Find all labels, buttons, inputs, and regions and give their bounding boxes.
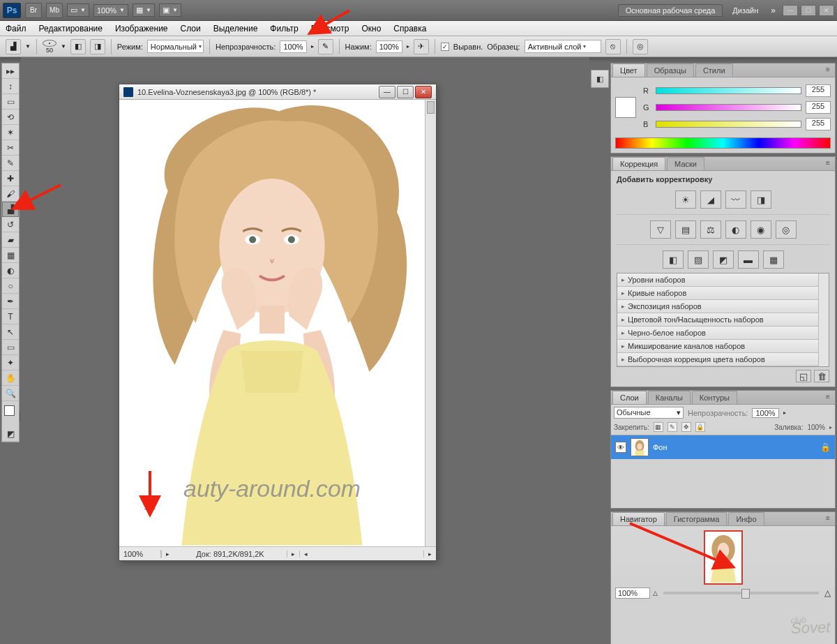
lock-transparent-icon[interactable]: ▦	[654, 422, 663, 432]
ignore-adjust-icon[interactable]: ⦸	[605, 39, 621, 54]
hue-icon[interactable]: ▤	[675, 220, 696, 239]
blur-tool-icon[interactable]: ◐	[2, 263, 19, 278]
workspace-essentials[interactable]: Основная рабочая среда	[618, 4, 723, 17]
lock-position-icon[interactable]: ✥	[681, 422, 691, 432]
b-value[interactable]: 255	[806, 118, 831, 130]
preset-item[interactable]: Микширование каналов наборов	[617, 340, 818, 353]
airbrush-icon[interactable]: ✈	[414, 39, 429, 54]
adjust-panel-menu-icon[interactable]: ≡	[823, 159, 833, 169]
lasso-tool-icon[interactable]: ⟲	[2, 110, 19, 125]
b-slider[interactable]	[656, 121, 801, 128]
doc-minimize-button[interactable]: —	[379, 86, 395, 98]
flow-field[interactable]: 100%	[376, 40, 402, 53]
threshold-icon[interactable]: ◩	[713, 250, 734, 269]
exposure-icon[interactable]: ◨	[751, 190, 771, 209]
brush-preset-tri-icon[interactable]: ▼	[61, 43, 66, 50]
r-value[interactable]: 255	[806, 84, 831, 97]
selectivecolor-icon[interactable]: ▦	[763, 250, 784, 269]
color-swatch[interactable]	[615, 97, 636, 118]
curves-icon[interactable]: 〰	[725, 190, 746, 209]
tool-preset-tri-icon[interactable]: ▼	[25, 43, 31, 50]
zoom-dropdown[interactable]: 100% ▼	[93, 4, 128, 17]
tab-styles[interactable]: Стили	[695, 63, 733, 77]
quickmask-icon[interactable]: ◩	[2, 426, 19, 442]
sample-dropdown[interactable]: Активный слой▾	[525, 40, 601, 53]
preset-scrollbar[interactable]	[818, 274, 829, 366]
menu-edit[interactable]: Редактирование	[39, 24, 103, 33]
invert-icon[interactable]: ◧	[663, 250, 684, 269]
brush-preview-icon[interactable]: •	[43, 40, 56, 47]
doc-hscroll-right-icon[interactable]: ▸	[423, 551, 436, 557]
expand-tools-icon[interactable]: ▸▸	[2, 63, 19, 79]
document-vscroll[interactable]	[425, 100, 436, 546]
opacity-field[interactable]: 100%	[280, 40, 306, 53]
crop-tool-icon[interactable]: ✂	[2, 140, 19, 156]
app-maximize-icon[interactable]: ☐	[801, 5, 816, 16]
posterize-icon[interactable]: ▨	[688, 250, 709, 269]
zoom-tool-icon[interactable]: 🔍	[2, 386, 19, 401]
adjust-clip-icon[interactable]: ◱	[796, 370, 811, 382]
levels-icon[interactable]: ◢	[700, 190, 721, 209]
doc-status-tri-icon[interactable]: ▸	[161, 551, 174, 557]
healing-tool-icon[interactable]: ✚	[2, 171, 19, 186]
menu-filter[interactable]: Фильтр	[270, 24, 298, 33]
doc-hscroll-left-icon[interactable]: ◂	[299, 551, 312, 557]
nav-zoomout-icon[interactable]: △	[653, 590, 658, 597]
menu-image[interactable]: Изображение	[115, 24, 168, 33]
document-canvas[interactable]: auty-around.com	[119, 100, 425, 546]
flow-tri-icon[interactable]: ▸	[407, 43, 409, 50]
bw-icon[interactable]: ◐	[725, 220, 746, 239]
tab-paths[interactable]: Контуры	[692, 391, 737, 404]
collapsed-panel-icon[interactable]: ◧	[591, 70, 609, 88]
nav-panel-menu-icon[interactable]: ≡	[823, 514, 833, 524]
clone-source-icon[interactable]: ◨	[90, 39, 105, 54]
tablet-opacity-icon[interactable]: ✎	[318, 39, 333, 54]
screen-mode-dropdown[interactable]: ▭ ▼	[67, 3, 89, 17]
move-tool-icon[interactable]: ↕	[2, 79, 19, 94]
doc-maximize-button[interactable]: ☐	[397, 86, 414, 98]
menu-file[interactable]: Файл	[6, 24, 27, 33]
color-panel-menu-icon[interactable]: ≡	[823, 66, 833, 75]
g-value[interactable]: 255	[806, 101, 831, 114]
nav-zoom-slider[interactable]	[663, 592, 819, 594]
menu-help[interactable]: Справка	[393, 24, 426, 33]
g-slider[interactable]	[656, 104, 801, 111]
tab-correction[interactable]: Коррекция	[612, 157, 665, 170]
brightness-icon[interactable]: ☀	[675, 190, 696, 209]
clone-stamp-tool-icon[interactable]: ▟	[2, 202, 19, 217]
workspace-design[interactable]: Дизайн	[727, 6, 764, 15]
fill-field[interactable]: 100%	[807, 424, 825, 431]
tab-color[interactable]: Цвет	[612, 63, 645, 77]
eraser-tool-icon[interactable]: ▰	[2, 232, 19, 248]
screenmode2-dropdown[interactable]: ▣ ▼	[159, 3, 181, 17]
tab-channels[interactable]: Каналы	[648, 391, 691, 404]
brush-panel-icon[interactable]: ◧	[70, 39, 86, 54]
3d-tool-icon[interactable]: ✦	[2, 355, 19, 370]
tab-layers[interactable]: Слои	[612, 391, 647, 404]
doc-close-button[interactable]: ✕	[415, 86, 432, 98]
clone-stamp-icon[interactable]: ▟	[6, 39, 21, 54]
menu-select[interactable]: Выделение	[213, 24, 258, 33]
aligned-checkbox[interactable]: ✓	[441, 43, 449, 51]
nav-zoomin-icon[interactable]: △	[824, 588, 831, 598]
photofilter-icon[interactable]: ◉	[751, 220, 771, 239]
preset-item[interactable]: Кривые наборов	[617, 287, 818, 300]
preset-item[interactable]: Черно-белое наборов	[617, 327, 818, 340]
arrange-documents-dropdown[interactable]: ▦ ▼	[133, 3, 155, 17]
app-close-icon[interactable]: ✕	[819, 5, 834, 16]
hand-tool-icon[interactable]: ✋	[2, 370, 19, 386]
color-spectrum[interactable]	[615, 137, 831, 149]
tab-swatches[interactable]: Образцы	[647, 63, 694, 77]
layer-visibility-icon[interactable]: 👁	[615, 442, 626, 453]
lock-pixels-icon[interactable]: ✎	[668, 422, 677, 432]
color-balance-icon[interactable]: ⚖	[700, 220, 721, 239]
doc-zoom-field[interactable]: 100%	[119, 550, 161, 558]
preset-item[interactable]: Уровни наборов	[617, 274, 818, 287]
dodge-tool-icon[interactable]: ○	[2, 278, 19, 294]
tablet-size-icon[interactable]: ◎	[633, 39, 648, 54]
adjust-trash-icon[interactable]: 🗑	[814, 370, 829, 382]
gradientmap-icon[interactable]: ▬	[738, 250, 759, 269]
layer-background[interactable]: 👁 Фон 🔒	[611, 435, 835, 459]
menu-layers[interactable]: Слои	[181, 24, 201, 33]
preset-item[interactable]: Цветовой тон/Насыщенность наборов	[617, 313, 818, 327]
